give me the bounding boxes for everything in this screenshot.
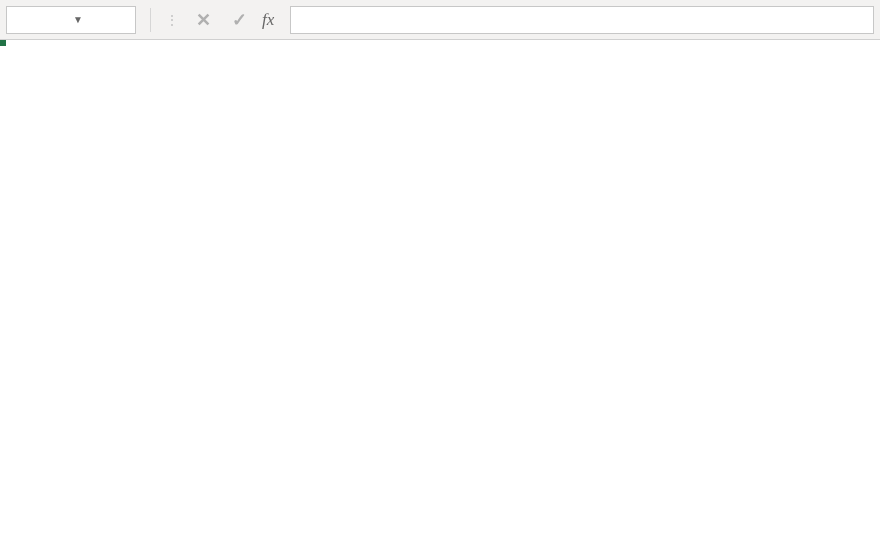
name-box[interactable]: ▼ (6, 6, 136, 34)
formula-bar-row: ▼ ⋮ ✕ ✓ fx (0, 0, 880, 40)
ellipsis-icon: ⋮ (165, 12, 180, 28)
fill-handle[interactable] (0, 40, 6, 46)
selection-outline (0, 40, 4, 44)
enter-formula-button[interactable]: ✓ (226, 9, 252, 31)
formula-bar[interactable] (290, 6, 874, 34)
fx-icon[interactable]: fx (262, 10, 274, 30)
chevron-down-icon[interactable]: ▼ (73, 14, 131, 25)
separator (150, 8, 151, 32)
cancel-formula-button[interactable]: ✕ (190, 9, 216, 31)
